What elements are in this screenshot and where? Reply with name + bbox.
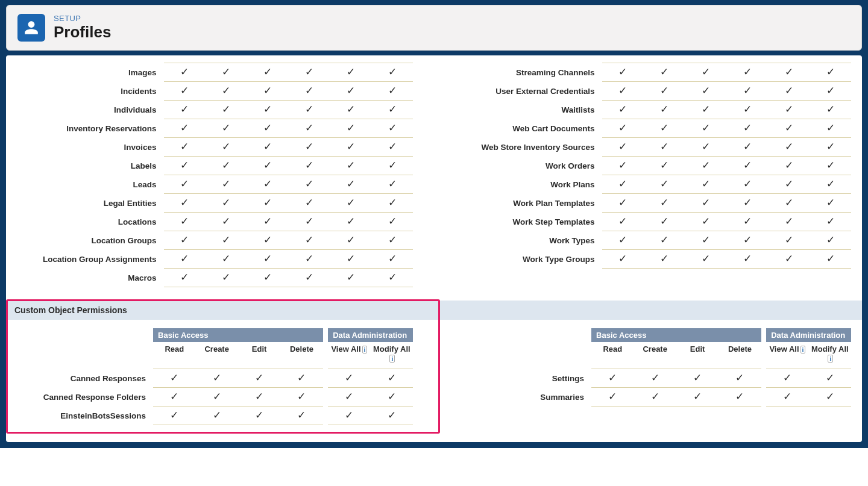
permission-check: ✓ xyxy=(205,231,247,250)
info-icon[interactable]: i xyxy=(362,346,368,354)
check-icon: ✓ xyxy=(222,160,230,171)
permission-check: ✓ xyxy=(288,119,330,138)
custom-perm-row-label: Summaries xyxy=(455,388,591,407)
check-icon: ✓ xyxy=(743,160,752,171)
spacer xyxy=(323,388,329,407)
perm-row-label: Location Groups xyxy=(17,231,164,250)
permission-check: ✓ xyxy=(371,138,413,157)
perm-row-label: Work Orders xyxy=(455,157,602,175)
check-icon: ✓ xyxy=(826,122,835,134)
perm-row-label: Legal Entities xyxy=(17,194,164,213)
permission-check: ✓ xyxy=(810,213,851,231)
check-icon: ✓ xyxy=(180,253,189,264)
check-icon: ✓ xyxy=(222,197,230,208)
check-icon: ✓ xyxy=(263,85,272,96)
check-icon: ✓ xyxy=(618,141,627,152)
check-icon: ✓ xyxy=(743,253,752,264)
permission-check: ✓ xyxy=(247,250,288,269)
permission-check: ✓ xyxy=(809,388,851,407)
check-icon: ✓ xyxy=(743,178,752,190)
check-icon: ✓ xyxy=(660,141,668,152)
info-icon[interactable]: i xyxy=(800,346,806,354)
permission-check: ✓ xyxy=(685,175,726,194)
custom-block-left: Basic Access Data Administration Read Cr… xyxy=(17,328,413,425)
col-modify-all: Modify Alli xyxy=(371,342,413,369)
check-icon: ✓ xyxy=(388,253,397,264)
perm-row: Labels✓✓✓✓✓✓ xyxy=(17,157,413,175)
permission-check: ✓ xyxy=(685,63,726,82)
check-icon: ✓ xyxy=(305,216,313,227)
check-icon: ✓ xyxy=(785,197,793,208)
permission-check: ✓ xyxy=(164,231,206,250)
permission-check: ✓ xyxy=(766,369,808,388)
check-icon: ✓ xyxy=(826,253,835,264)
permission-check: ✓ xyxy=(685,194,726,213)
permission-check: ✓ xyxy=(153,407,195,425)
permission-check: ✓ xyxy=(247,101,288,119)
col-modify-all: Modify Alli xyxy=(809,342,851,369)
check-icon: ✓ xyxy=(263,253,272,264)
check-icon: ✓ xyxy=(170,410,178,421)
check-icon: ✓ xyxy=(255,391,263,402)
permission-check: ✓ xyxy=(685,119,726,138)
check-icon: ✓ xyxy=(660,160,668,171)
check-icon: ✓ xyxy=(222,272,230,283)
perm-row: Inventory Reservations✓✓✓✓✓✓ xyxy=(17,119,413,138)
check-icon: ✓ xyxy=(693,372,702,384)
check-icon: ✓ xyxy=(826,178,835,190)
spacer xyxy=(17,328,153,342)
check-icon: ✓ xyxy=(743,197,752,208)
check-icon: ✓ xyxy=(305,272,313,283)
spacer xyxy=(323,369,329,388)
permission-check: ✓ xyxy=(768,63,810,82)
check-icon: ✓ xyxy=(263,122,272,134)
check-icon: ✓ xyxy=(180,66,189,78)
permission-check: ✓ xyxy=(726,119,768,138)
perm-block-right: Streaming Channels✓✓✓✓✓✓User External Cr… xyxy=(455,63,851,287)
check-icon: ✓ xyxy=(651,372,659,384)
check-icon: ✓ xyxy=(618,66,627,78)
check-icon: ✓ xyxy=(305,85,313,96)
check-icon: ✓ xyxy=(347,197,355,208)
check-icon: ✓ xyxy=(347,160,355,171)
check-icon: ✓ xyxy=(388,104,397,115)
perm-row: Locations✓✓✓✓✓✓ xyxy=(17,213,413,231)
check-icon: ✓ xyxy=(347,234,355,246)
permission-check: ✓ xyxy=(643,138,685,157)
perm-row: Images✓✓✓✓✓✓ xyxy=(17,63,413,82)
permission-check: ✓ xyxy=(330,175,371,194)
check-icon: ✓ xyxy=(305,141,313,152)
permission-check: ✓ xyxy=(164,82,206,101)
perm-row-label: Labels xyxy=(17,157,164,175)
check-icon: ✓ xyxy=(660,66,668,78)
perm-row-label: Locations xyxy=(17,213,164,231)
permission-check: ✓ xyxy=(164,213,206,231)
check-icon: ✓ xyxy=(222,253,230,264)
info-icon[interactable]: i xyxy=(389,355,395,363)
permission-check: ✓ xyxy=(685,157,726,175)
permission-check: ✓ xyxy=(371,369,413,388)
permission-check: ✓ xyxy=(371,194,413,213)
perm-row-label: Work Step Templates xyxy=(455,213,602,231)
check-icon: ✓ xyxy=(222,234,230,246)
check-icon: ✓ xyxy=(180,178,189,190)
check-icon: ✓ xyxy=(305,66,313,78)
page-title: Profiles xyxy=(54,23,111,42)
check-icon: ✓ xyxy=(388,141,397,152)
check-icon: ✓ xyxy=(702,234,710,246)
check-icon: ✓ xyxy=(785,178,793,190)
permission-check: ✓ xyxy=(809,369,851,388)
permission-check: ✓ xyxy=(330,138,371,157)
permission-check: ✓ xyxy=(238,369,280,388)
permission-check: ✓ xyxy=(330,119,371,138)
check-icon: ✓ xyxy=(347,104,355,115)
permission-check: ✓ xyxy=(205,138,247,157)
permission-check: ✓ xyxy=(205,175,247,194)
custom-perm-row-label: EinsteinBotsSessions xyxy=(17,407,153,425)
check-icon: ✓ xyxy=(618,197,627,208)
group-header-row: Basic Access Data Administration xyxy=(455,328,851,342)
permission-check: ✓ xyxy=(810,63,851,82)
check-icon: ✓ xyxy=(608,391,617,402)
info-icon[interactable]: i xyxy=(828,355,833,363)
permission-check: ✓ xyxy=(164,138,206,157)
